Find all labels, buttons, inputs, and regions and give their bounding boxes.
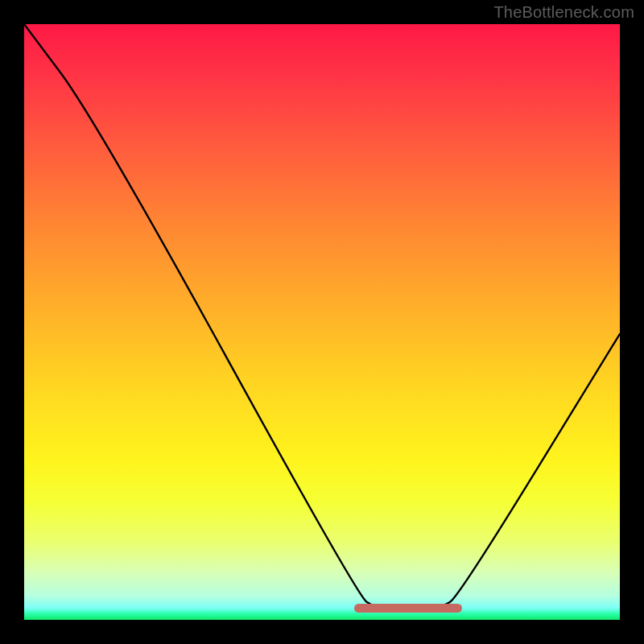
curve-path xyxy=(24,24,620,610)
watermark-text: TheBottleneck.com xyxy=(493,3,634,22)
chart-frame: TheBottleneck.com xyxy=(0,0,644,644)
highlight-segment xyxy=(354,604,462,613)
plot-area xyxy=(24,24,620,620)
curve-svg xyxy=(24,24,620,620)
